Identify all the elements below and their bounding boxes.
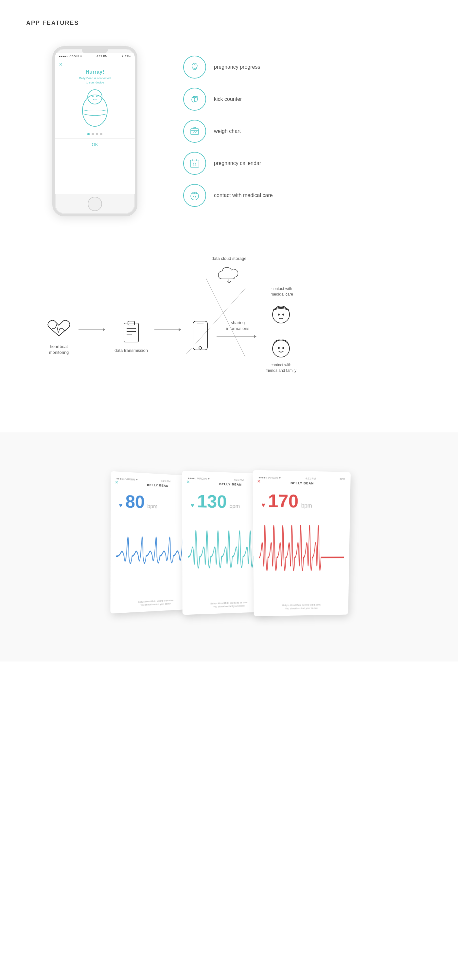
- data-flow-wrapper: data cloud storage heartbeatmonitoring: [26, 256, 432, 413]
- sc3-close-icon[interactable]: ✕: [257, 479, 261, 484]
- cloud-storage-group: data cloud storage: [212, 256, 247, 284]
- feature-item-pregnancy-calendar: 11 pregnancy callendar: [183, 152, 273, 175]
- sc2-bpm-number: 130: [197, 492, 227, 511]
- sc2-status-time: 4:21 PM: [234, 478, 244, 482]
- svg-point-1: [88, 90, 102, 104]
- dot-1: [87, 133, 90, 135]
- data-transmission-group: data transmission: [114, 319, 148, 353]
- dot-2: [92, 133, 94, 135]
- svg-point-12: [197, 97, 198, 97]
- medical-care-label: contact withmedidal care: [271, 286, 293, 297]
- sharing-label: sharinginformations: [226, 320, 249, 332]
- dot-3: [96, 133, 98, 135]
- feature-item-pregnancy-progress: pregnancy progress: [183, 56, 273, 78]
- sc3-brand: BELLY BEAN: [258, 481, 345, 486]
- heartbeat-icon: [46, 317, 72, 340]
- contact-friends-group: contact withfriends and family: [266, 334, 296, 374]
- sc3-bpm-unit: bpm: [301, 503, 312, 509]
- feature-item-medical-care: contact with medical care: [183, 184, 273, 207]
- arrow-right-1: [79, 326, 108, 333]
- arrow-1: [79, 326, 108, 333]
- svg-point-36: [283, 314, 284, 315]
- phone-home-button[interactable]: [88, 197, 102, 211]
- sc3-status: ●●●●○ VIRGIN ▼ 4:21 PM 22%: [258, 476, 345, 480]
- feature-label-weigh-chart: weigh chart: [214, 128, 241, 134]
- phone-hurray-text: Hurray!: [86, 69, 105, 75]
- svg-text:11: 11: [193, 163, 197, 167]
- svg-point-4: [192, 63, 197, 68]
- section-title: APP FEATURES: [26, 20, 432, 27]
- feature-item-kick-counter: kick counter: [183, 88, 273, 111]
- phone-ok-button[interactable]: OK: [55, 138, 135, 150]
- feature-label-kick-counter: kick counter: [214, 96, 242, 102]
- svg-point-38: [278, 347, 279, 348]
- arrow-2: [154, 326, 184, 333]
- sc3-footer: Baby's Heart Rate seems to be slow.You s…: [259, 603, 343, 611]
- features-list: pregnancy progress: [183, 56, 273, 207]
- feature-label-pregnancy-calendar: pregnancy callendar: [214, 161, 261, 166]
- sc1-status-time: 4:21 PM: [161, 479, 170, 483]
- cloud-label: data cloud storage: [212, 256, 247, 261]
- feature-icon-kick-counter: [183, 88, 206, 111]
- sc3-heart-icon: ♥: [261, 501, 265, 509]
- sc1-status-left: ●●●●○ VIRGIN ▼: [116, 477, 138, 482]
- sc2-close-icon[interactable]: ✕: [187, 479, 190, 484]
- phone-icon: [190, 320, 210, 353]
- sc3-chart: [259, 513, 344, 601]
- heartbeat-label: heartbeatmonitoring: [49, 344, 69, 355]
- baby-illustration: [77, 88, 113, 130]
- svg-point-37: [273, 340, 290, 357]
- arrow-right-2: [154, 326, 184, 333]
- data-flow-section: data cloud storage heartbeatmonitoring: [0, 243, 458, 433]
- svg-rect-22: [124, 323, 138, 342]
- sc3-waveform: [259, 513, 344, 601]
- friends-family-label: contact withfriends and family: [266, 362, 296, 374]
- status-left: ●●●●○ VIRGIN ▼: [59, 55, 82, 58]
- sc2-bpm-unit: bpm: [229, 503, 240, 509]
- phone-center-group: [190, 320, 210, 353]
- feature-icon-pregnancy-calendar: 11: [183, 152, 206, 175]
- horizontal-flow: heartbeatmonitoring data transmissi: [46, 286, 296, 387]
- features-layout: ●●●●○ VIRGIN ▼ 4:21 PM ✴ 22% ✕ Hurray! B…: [26, 46, 432, 216]
- feature-label-pregnancy-progress: pregnancy progress: [214, 64, 260, 70]
- svg-rect-28: [193, 321, 208, 350]
- sc3-status-time: 4:21 PM: [306, 477, 316, 480]
- sc1-bpm-unit: bpm: [147, 503, 157, 510]
- svg-point-18: [195, 196, 196, 197]
- sc3-bpm-number: 170: [268, 492, 298, 510]
- svg-point-17: [193, 196, 194, 197]
- heartbeat-group: heartbeatmonitoring: [46, 317, 72, 355]
- contact-medical-group: contact withmedidal care: [266, 286, 296, 326]
- cloud-icon: [216, 264, 242, 284]
- phone-status-bar: ●●●●○ VIRGIN ▼ 4:21 PM ✴ 22%: [55, 53, 135, 59]
- feature-icon-pregnancy-progress: [183, 56, 206, 78]
- phone-pagination-dots: [87, 133, 102, 135]
- feature-item-weigh-chart: weigh chart: [183, 120, 273, 143]
- sc3-heart-bpm: ♥ 170 bpm: [261, 492, 345, 511]
- sc2-heart-icon: ♥: [191, 502, 194, 509]
- svg-point-2: [92, 95, 94, 97]
- phone-close-icon[interactable]: ✕: [59, 62, 63, 67]
- app-features-section: APP FEATURES ●●●●○ VIRGIN ▼ 4:21 PM ✴ 22…: [0, 0, 458, 243]
- phone-notch: [82, 49, 108, 53]
- sc1-close-icon[interactable]: ✕: [115, 480, 119, 485]
- svg-point-35: [278, 314, 279, 315]
- sc1-heart-icon: ♥: [119, 502, 122, 509]
- feature-icon-medical-care: [183, 184, 206, 207]
- svg-point-39: [283, 347, 284, 348]
- data-transmission-label: data transmission: [114, 348, 148, 353]
- right-contacts: contact withmedidal care: [266, 286, 296, 374]
- arrow-sharing: sharinginformations: [217, 320, 259, 339]
- person-icon: [268, 334, 294, 360]
- dot-4: [100, 133, 102, 135]
- status-right: ✴ 22%: [121, 55, 131, 58]
- heart-rate-section: ●●●●○ VIRGIN ▼ 4:21 PM 22% BELLY BEAN ✕ …: [0, 433, 458, 662]
- sc3-status-right: 22%: [339, 477, 345, 481]
- clipboard-icon: [121, 319, 141, 344]
- svg-point-3: [96, 95, 97, 97]
- phone-subtitle: Belly Bean is connectedto your device: [79, 76, 111, 84]
- status-time: 4:21 PM: [97, 55, 108, 58]
- feature-icon-weigh-chart: [183, 120, 206, 143]
- screens-container: ●●●●○ VIRGIN ▼ 4:21 PM 22% BELLY BEAN ✕ …: [13, 455, 445, 632]
- sc1-bpm-number: 80: [125, 492, 145, 511]
